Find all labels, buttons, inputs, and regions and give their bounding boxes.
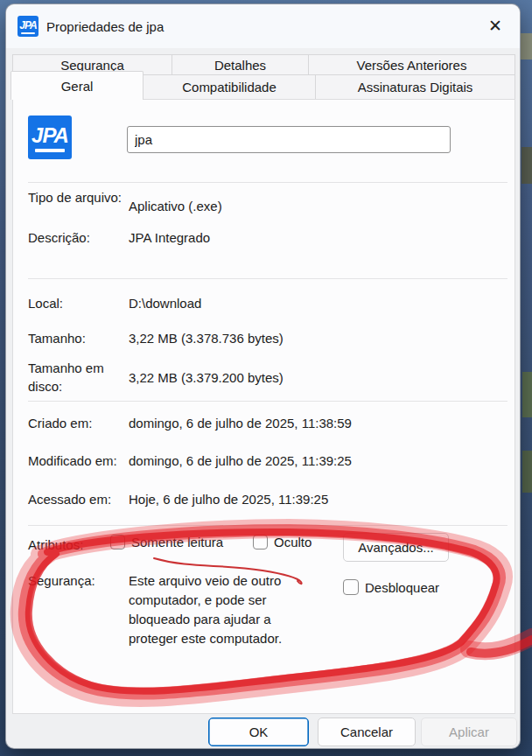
field-tamanho-disco-label: Tamanho em disco: [28, 359, 124, 396]
properties-dialog: JPA Propriedades de jpa ✕ Segurança Deta… [5, 4, 521, 749]
tab-detalhes[interactable]: Detalhes [172, 54, 309, 75]
ok-button[interactable]: OK [208, 718, 309, 746]
close-button[interactable]: ✕ [480, 11, 511, 40]
cancel-button[interactable]: Cancelar [318, 718, 416, 746]
readonly-checkbox[interactable]: Somente leitura [110, 535, 223, 550]
general-tab-page: JPA Tipo de arquivo: Aplicativo (.exe) D… [12, 99, 515, 714]
readonly-checkbox-box [110, 535, 125, 550]
unblock-checkbox[interactable]: Desbloquear [343, 579, 439, 595]
readonly-checkbox-label: Somente leitura [131, 535, 223, 550]
hidden-checkbox-box [253, 535, 268, 550]
apply-button[interactable]: Aplicar [421, 718, 517, 746]
field-modificado-value: domingo, 6 de julho de 2025, 11:39:25 [129, 452, 352, 470]
field-descricao-label: Descrição: [28, 228, 124, 247]
field-modificado-label: Modificado em: [28, 452, 124, 470]
unblock-checkbox-label: Desbloquear [365, 580, 439, 595]
titlebar: JPA Propriedades de jpa ✕ [6, 4, 520, 48]
field-tamanho-label: Tamanho: [28, 329, 124, 347]
field-local-value: D:\download [129, 294, 201, 312]
separator [28, 278, 508, 279]
field-tipo-label: Tipo de arquivo: [28, 188, 124, 206]
field-criado-value: domingo, 6 de julho de 2025, 11:38:59 [129, 414, 352, 432]
field-seguranca-label: Segurança: [28, 571, 124, 590]
hidden-checkbox-label: Oculto [274, 535, 312, 550]
tab-geral[interactable]: Geral [10, 71, 144, 100]
field-acessado-label: Acessado em: [28, 490, 124, 508]
tab-compatibilidade[interactable]: Compatibilidade [143, 74, 316, 100]
field-descricao-value: JPA Integrado [129, 228, 210, 247]
desktop-patch [522, 147, 532, 184]
jpa-app-icon: JPA [18, 16, 38, 37]
field-local-label: Local: [28, 294, 124, 312]
filename-input[interactable] [127, 126, 451, 153]
security-message: Este arquivo veio de outro computador, e… [129, 571, 314, 648]
hidden-checkbox[interactable]: Oculto [253, 535, 312, 550]
field-acessado-value: Hoje, 6 de julho de 2025, 11:39:25 [129, 490, 328, 508]
close-icon: ✕ [488, 16, 502, 36]
field-tamanho-disco-value: 3,22 MB (3.379.200 bytes) [129, 368, 284, 387]
jpa-file-icon: JPA [28, 116, 72, 159]
desktop-patch [522, 451, 532, 493]
desktop-patch [521, 33, 532, 60]
separator [28, 401, 508, 402]
separator [28, 182, 508, 183]
field-tipo-value: Aplicativo (.exe) [129, 197, 222, 215]
advanced-button[interactable]: Avançados... [343, 533, 449, 562]
separator [28, 525, 508, 526]
desktop-patch [522, 372, 532, 417]
tab-assinaturas-digitais[interactable]: Assinaturas Digitais [315, 74, 515, 100]
tab-versoes-anteriores[interactable]: Versões Anteriores [308, 54, 515, 75]
window-title: Propriedades de jpa [46, 4, 164, 48]
field-criado-label: Criado em: [28, 414, 124, 432]
unblock-checkbox-box [343, 579, 359, 595]
field-tamanho-value: 3,22 MB (3.378.736 bytes) [129, 329, 284, 347]
